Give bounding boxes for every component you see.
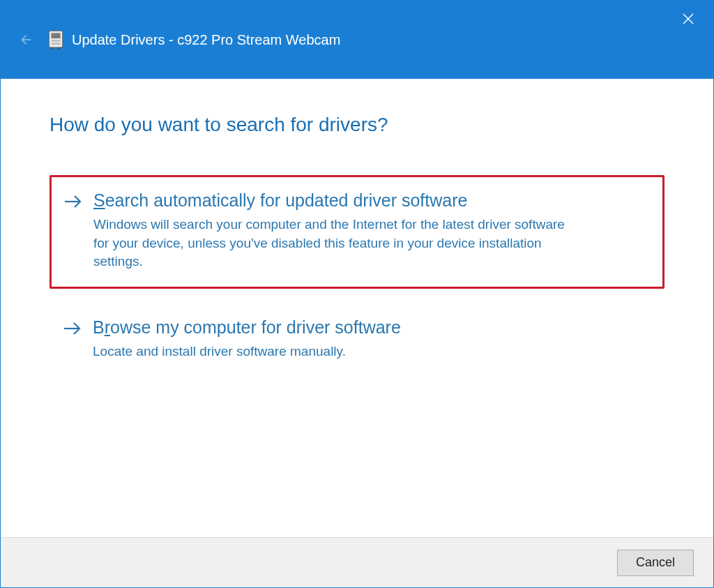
option-title: Browse my computer for driver software <box>93 317 652 338</box>
footer: Cancel <box>1 537 713 587</box>
svg-rect-3 <box>52 40 61 41</box>
device-icon <box>47 30 65 50</box>
svg-rect-6 <box>58 47 60 50</box>
page-heading: How do you want to search for drivers? <box>50 114 664 136</box>
content-area: How do you want to search for drivers? S… <box>1 79 713 537</box>
svg-rect-5 <box>52 47 54 50</box>
option-description: Locate and install driver software manua… <box>93 342 581 361</box>
update-drivers-dialog: Update Drivers - c922 Pro Stream Webcam … <box>0 0 714 588</box>
svg-rect-2 <box>52 33 61 38</box>
close-button[interactable] <box>680 10 697 27</box>
window-title: Update Drivers - c922 Pro Stream Webcam <box>72 32 340 48</box>
option-text: Search automatically for updated driver … <box>93 190 651 271</box>
titlebar: Update Drivers - c922 Pro Stream Webcam <box>1 1 713 79</box>
svg-rect-4 <box>52 43 61 44</box>
option-search-automatically[interactable]: Search automatically for updated driver … <box>50 175 664 289</box>
arrow-right-icon <box>62 318 83 339</box>
arrow-right-icon <box>63 191 84 212</box>
option-title: Search automatically for updated driver … <box>93 190 651 211</box>
back-button[interactable] <box>15 30 34 50</box>
option-description: Windows will search your computer and th… <box>93 216 582 271</box>
cancel-button[interactable]: Cancel <box>617 550 694 576</box>
option-browse-computer[interactable]: Browse my computer for driver software L… <box>50 303 664 378</box>
option-text: Browse my computer for driver software L… <box>93 317 652 361</box>
